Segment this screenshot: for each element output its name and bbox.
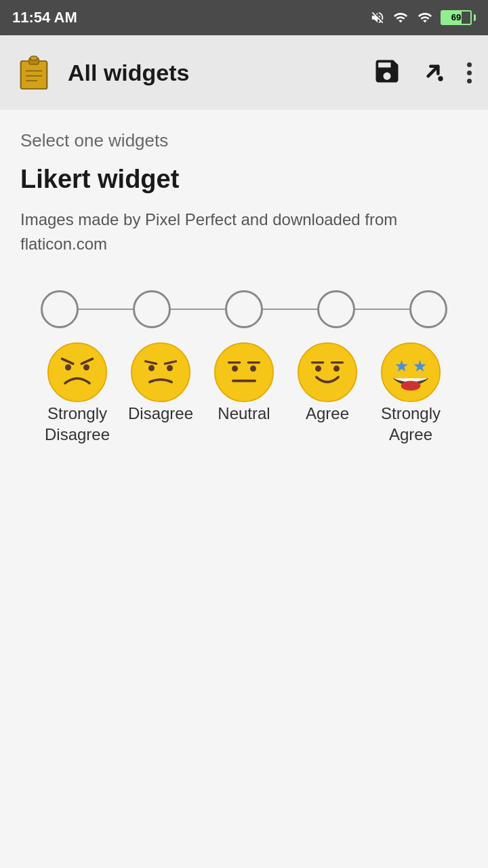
svg-point-37: [401, 381, 421, 391]
svg-point-18: [148, 365, 155, 371]
svg-point-19: [167, 365, 173, 371]
likert-label-strongly-agree: Strongly Agree: [381, 403, 441, 445]
mute-icon: [370, 10, 385, 25]
likert-label-agree: Agree: [306, 403, 349, 424]
save-button[interactable]: [372, 56, 402, 89]
svg-point-12: [65, 364, 71, 370]
clipboard-icon: [14, 52, 54, 93]
svg-point-31: [315, 366, 321, 372]
likert-option-strongly-disagree[interactable]: Strongly Disagree: [37, 342, 118, 445]
svg-point-24: [232, 366, 238, 372]
svg-point-25: [250, 366, 256, 372]
emoji-agree: [297, 342, 358, 403]
likert-emojis: Strongly Disagree: [34, 342, 454, 445]
likert-option-neutral[interactable]: Neutral: [203, 342, 285, 445]
likert-circle-5[interactable]: [409, 290, 447, 328]
select-label: Select one widgets: [20, 130, 468, 151]
pointer-button[interactable]: [418, 56, 448, 89]
svg-rect-0: [21, 61, 47, 89]
likert-option-agree[interactable]: Agree: [287, 342, 368, 445]
likert-label-strongly-disagree: Strongly Disagree: [45, 403, 110, 445]
svg-rect-6: [30, 56, 37, 60]
likert-circle-3[interactable]: [225, 290, 263, 328]
likert-label-disagree: Disagree: [128, 403, 193, 424]
wifi-icon: [416, 10, 434, 25]
likert-circle-2[interactable]: [133, 290, 171, 328]
emoji-neutral: [214, 342, 274, 403]
likert-label-neutral: Neutral: [218, 403, 270, 424]
likert-track: [34, 290, 454, 328]
status-icons: 69: [370, 10, 476, 25]
emoji-strongly-disagree: [47, 342, 108, 403]
likert-circle-4[interactable]: [317, 290, 355, 328]
svg-point-7: [438, 76, 443, 81]
emoji-disagree: [130, 342, 191, 403]
widget-title: Likert widget: [20, 165, 468, 194]
time-display: 11:54 AM: [12, 9, 77, 26]
likert-option-disagree[interactable]: Disagree: [120, 342, 201, 445]
widget-description: Images made by Pixel Perfect and downloa…: [20, 208, 468, 256]
more-options-button[interactable]: [464, 60, 474, 86]
svg-point-32: [333, 366, 340, 372]
likert-circle-1[interactable]: [41, 290, 79, 328]
emoji-strongly-agree: [380, 342, 441, 403]
app-bar-actions: [372, 56, 474, 89]
signal-icon: [392, 10, 409, 25]
app-title: All widgets: [68, 60, 359, 86]
battery-indicator: 69: [441, 10, 476, 25]
svg-point-13: [83, 364, 89, 370]
main-content: Select one widgets Likert widget Images …: [0, 110, 488, 868]
app-bar: All widgets: [0, 35, 488, 110]
likert-option-strongly-agree[interactable]: Strongly Agree: [370, 342, 451, 445]
likert-widget: Strongly Disagree: [20, 283, 468, 472]
status-bar: 11:54 AM 69: [0, 0, 488, 35]
